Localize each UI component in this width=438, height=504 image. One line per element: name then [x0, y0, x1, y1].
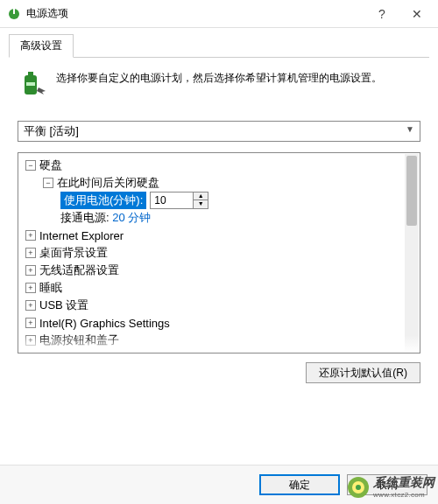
content: 高级设置 选择你要自定义的电源计划，然后选择你希望计算机管理的电源设置。 平衡 … [0, 28, 438, 392]
tree-node-ie[interactable]: +Internet Explorer [20, 227, 418, 244]
tree-node-desktop[interactable]: +桌面背景设置 [20, 244, 418, 262]
scrollbar[interactable] [405, 154, 419, 352]
watermark-icon [347, 476, 370, 499]
watermark-text: 系统重装网 [373, 475, 434, 491]
scrollbar-thumb[interactable] [406, 156, 417, 226]
tree-node-hard-disk[interactable]: −硬盘 [20, 157, 418, 174]
svg-rect-3 [28, 72, 33, 75]
svg-rect-1 [13, 9, 15, 14]
expand-icon[interactable]: + [25, 265, 36, 276]
expand-icon[interactable]: + [25, 248, 36, 258]
window-title: 电源选项 [26, 6, 364, 21]
restore-defaults-button[interactable]: 还原计划默认值(R) [306, 362, 420, 383]
tree-node-intel[interactable]: +Intel(R) Graphics Settings [20, 314, 418, 332]
intro-row: 选择你要自定义的电源计划，然后选择你希望计算机管理的电源设置。 [18, 70, 420, 100]
on-battery-spinner[interactable]: ▲▼ [150, 192, 208, 209]
power-icon [7, 7, 21, 21]
expand-icon[interactable]: + [25, 283, 36, 293]
settings-tree: −硬盘 −在此时间后关闭硬盘 使用电池(分钟): ▲▼ 接通电源: 20 分钟 … [18, 152, 420, 354]
spin-up-icon[interactable]: ▲ [194, 192, 208, 200]
spin-down-icon[interactable]: ▼ [194, 200, 208, 208]
expand-icon[interactable]: + [25, 230, 36, 241]
collapse-icon[interactable]: − [43, 178, 53, 188]
watermark: 系统重装网 www.xtcz2.com [347, 475, 434, 499]
plugged-in-label: 接通电源: [60, 210, 110, 226]
tree-node-pci[interactable]: +PCI Express [20, 349, 418, 354]
help-button[interactable]: ? [364, 2, 399, 26]
ok-button[interactable]: 确定 [259, 474, 340, 495]
plan-selected-value: 平衡 [活动] [24, 123, 79, 139]
svg-rect-4 [26, 82, 35, 86]
expand-icon[interactable]: + [25, 318, 36, 328]
power-plan-select[interactable]: 平衡 [活动] ▼ [18, 121, 420, 142]
battery-icon [18, 70, 47, 100]
chevron-down-icon: ▼ [406, 124, 414, 134]
tab-body: 选择你要自定义的电源计划，然后选择你希望计算机管理的电源设置。 平衡 [活动] … [9, 58, 429, 392]
titlebar: 电源选项 ? ✕ [0, 0, 438, 28]
tree-node-usb[interactable]: +USB 设置 [20, 297, 418, 314]
watermark-url: www.xtcz2.com [373, 491, 434, 499]
tree-node-turn-off-after[interactable]: −在此时间后关闭硬盘 [20, 174, 418, 192]
collapse-icon[interactable]: − [25, 160, 36, 171]
tab-strip: 高级设置 [9, 33, 429, 58]
expand-icon[interactable]: + [25, 300, 36, 311]
intro-text: 选择你要自定义的电源计划，然后选择你希望计算机管理的电源设置。 [56, 70, 382, 100]
tree-node-sleep[interactable]: +睡眠 [20, 279, 418, 297]
expand-icon[interactable]: + [25, 353, 36, 354]
tree-node-on-battery[interactable]: 使用电池(分钟): ▲▼ [20, 192, 418, 209]
on-battery-input[interactable] [150, 192, 194, 209]
on-battery-label: 使用电池(分钟): [60, 192, 146, 209]
tree-node-plugged-in[interactable]: 接通电源: 20 分钟 [20, 209, 418, 227]
svg-point-7 [356, 485, 361, 490]
expand-icon[interactable]: + [25, 335, 36, 346]
tree-node-wireless[interactable]: +无线适配器设置 [20, 262, 418, 279]
close-button[interactable]: ✕ [399, 2, 434, 26]
tree-node-power-button[interactable]: +电源按钮和盖子 [20, 332, 418, 349]
tab-advanced[interactable]: 高级设置 [9, 34, 74, 58]
plugged-in-value[interactable]: 20 分钟 [112, 210, 151, 226]
